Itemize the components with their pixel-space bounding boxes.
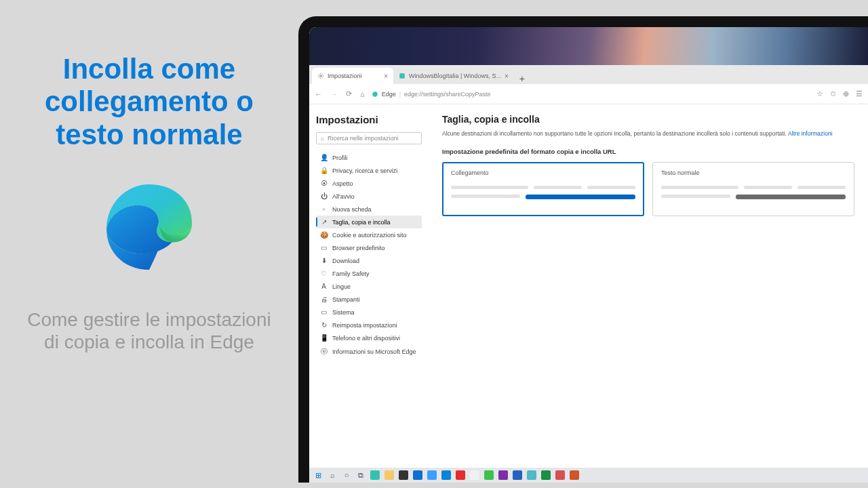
page-description: Alcune destinazioni di incollamento non … [442,130,854,137]
sidebar-item-browser[interactable]: ▭Browser predefinito [316,241,422,254]
tab-label: WindowsBlogItalia | Windows, S... [409,73,501,79]
sidebar-item-appearance[interactable]: ⦿Aspetto [316,177,422,190]
sidebar-item-copy[interactable]: ↗Taglia, copia e incolla [316,216,422,228]
desktop-wallpaper [309,27,868,65]
youtube-icon[interactable] [454,469,467,481]
sidebar-title: Impostazioni [316,114,422,125]
sidebar-item-label: Cookie e autorizzazioni sito [332,232,407,239]
sidebar-item-label: Nuova scheda [332,206,372,213]
lock-icon: 🔒 [320,167,328,174]
browser-toolbar: ← → ⟳ ⌂ Edge | edge://settings/shareCopy… [309,84,868,104]
search-icon[interactable]: ⌕ [326,469,338,481]
sidebar-item-lock[interactable]: 🔒Privacy, ricerca e servizi [316,164,422,177]
sidebar-item-profile[interactable]: 👤Profili [316,151,422,164]
mail-icon[interactable] [412,469,424,481]
sidebar-item-reset[interactable]: ↻Reimposta impostazioni [316,319,422,331]
taskview-icon[interactable]: ⧉ [355,469,367,481]
start-icon[interactable]: ⊞ [312,469,324,481]
address-bar[interactable]: Edge | edge://settings/shareCopyPaste [372,91,810,98]
headline: Incolla come collegamento o testo normal… [0,53,298,151]
edge-logo [102,180,197,274]
edge-taskbar-icon[interactable] [369,469,381,481]
settings-sidebar: Impostazioni ⌕ Ricerca nelle impostazion… [309,104,429,468]
newtab-icon: ▫ [320,205,328,213]
sidebar-item-label: Stampanti [332,296,360,303]
svg-point-0 [320,75,322,77]
sidebar-item-family[interactable]: ♡Family Safety [316,267,422,280]
tablet-frame: Impostazioni × WindowsBlogItalia | Windo… [298,16,868,483]
profile-icon: 👤 [320,154,328,161]
sidebar-item-phone[interactable]: 📱Telefono e altri dispositivi [316,331,422,344]
powerpoint-icon[interactable] [568,469,580,481]
cookie-icon: 🍪 [320,231,328,239]
new-tab-button[interactable]: + [514,73,530,84]
tab-blog[interactable]: WindowsBlogItalia | Windows, S... × [393,68,514,84]
sidebar-item-power[interactable]: ⏻All'avvio [316,190,422,203]
gear-icon [317,73,324,79]
word-icon[interactable] [511,469,524,481]
settings-main: Taglia, copia e incolla Alcune destinazi… [429,104,868,468]
edge-favicon-icon [372,91,378,98]
taskbar[interactable]: ⊞⌕○⧉ [309,468,868,483]
sidebar-item-download[interactable]: ⬇Download [316,254,422,267]
sidebar-item-system[interactable]: ▭Sistema [316,306,422,319]
cortana-icon[interactable]: ○ [340,469,353,481]
sidebar-item-label: Informazioni su Microsoft Edge [332,348,416,355]
search-icon: ⌕ [321,135,324,142]
tab-settings[interactable]: Impostazioni × [312,68,393,84]
browser-icon: ▭ [320,244,328,251]
card-title: Testo normale [661,169,846,176]
collections-icon[interactable]: ⊕ [843,89,849,98]
sidebar-item-label: Taglia, copia e incolla [332,219,391,226]
extensions-icon[interactable]: ☰ [856,89,863,98]
whiteboard-icon[interactable] [469,469,481,481]
sidebar-item-label: Sistema [332,309,355,316]
figma-icon[interactable] [554,469,566,481]
back-icon[interactable]: ← [315,90,322,98]
close-icon[interactable]: × [384,73,388,80]
store-icon[interactable] [397,469,410,481]
read-aloud-icon[interactable]: ☆ [816,89,823,98]
sidebar-item-label: Telefono e altri dispositivi [332,335,400,342]
appearance-icon: ⦿ [320,180,328,187]
format-card-plaintext[interactable]: Testo normale [652,162,854,216]
more-info-link[interactable]: Altre informazioni [788,130,833,137]
sidebar-item-edge[interactable]: ⓔInformazioni su Microsoft Edge [316,344,422,359]
browser-window: Impostazioni × WindowsBlogItalia | Windo… [309,65,868,468]
page-title: Taglia, copia e incolla [442,114,854,125]
todo-icon[interactable] [426,469,438,481]
files-icon[interactable] [526,469,538,481]
sidebar-item-label: Browser predefinito [332,245,385,251]
power-icon: ⏻ [320,192,328,200]
printer-icon: 🖨 [320,296,328,303]
home-icon[interactable]: ⌂ [360,90,365,98]
reset-icon: ↻ [320,321,328,329]
sidebar-item-newtab[interactable]: ▫Nuova scheda [316,203,422,216]
copy-icon: ↗ [320,218,328,226]
card-title: Collegamento [451,169,635,176]
search-placeholder: Ricerca nelle impostazioni [328,135,399,142]
sidebar-item-label: Lingue [332,283,351,290]
phone-icon[interactable] [440,469,452,481]
address-scheme: Edge [382,91,396,98]
onenote-icon[interactable] [497,469,509,481]
format-card-link[interactable]: Collegamento [442,162,644,216]
sidebar-item-label: Privacy, ricerca e servizi [332,167,397,174]
line-icon[interactable] [483,469,495,481]
site-icon [399,73,406,79]
edge-icon: ⓔ [320,347,328,357]
explorer-icon[interactable] [383,469,395,481]
sidebar-item-language[interactable]: ALingue [316,280,422,293]
refresh-icon[interactable]: ⟳ [346,89,352,98]
favorite-icon[interactable]: ✩ [830,89,836,98]
language-icon: A [320,283,328,290]
download-icon: ⬇ [320,257,328,264]
sidebar-item-label: Download [332,258,359,264]
close-icon[interactable]: × [505,73,509,80]
forward-icon[interactable]: → [330,90,338,98]
excel-icon[interactable] [540,469,552,481]
settings-search[interactable]: ⌕ Ricerca nelle impostazioni [316,132,422,144]
sidebar-item-printer[interactable]: 🖨Stampanti [316,293,422,306]
sidebar-item-cookie[interactable]: 🍪Cookie e autorizzazioni sito [316,228,422,241]
svg-rect-1 [399,73,405,79]
